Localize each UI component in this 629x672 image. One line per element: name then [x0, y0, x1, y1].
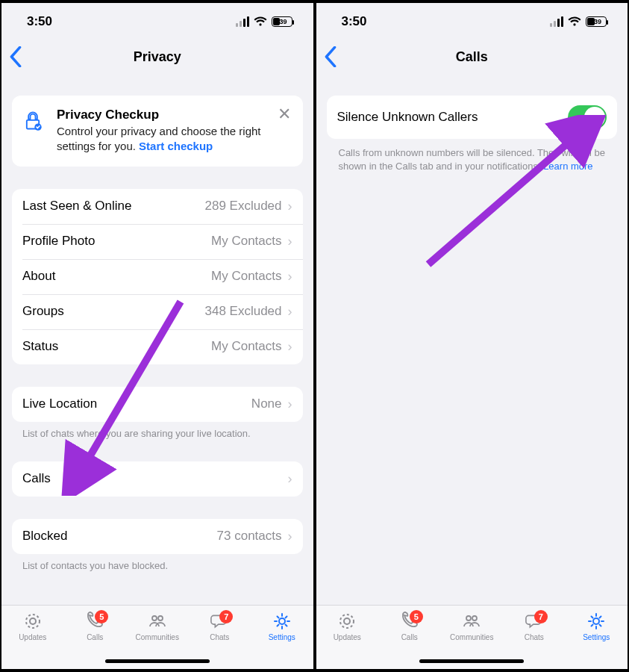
tab-label: Chats: [210, 633, 229, 641]
battery-icon: 39: [586, 16, 607, 27]
row-label: Calls: [22, 471, 51, 486]
chats-badge: 7: [219, 610, 233, 623]
live-location-note: List of chats where you are sharing your…: [12, 422, 303, 439]
content-area: Privacy Checkup Control your privacy and…: [1, 73, 313, 605]
silence-description: Calls from unknown numbers will be silen…: [327, 139, 618, 173]
page-title: Privacy: [134, 49, 181, 65]
calls-badge: 5: [95, 610, 108, 623]
row-label: About: [22, 269, 55, 284]
chevron-right-icon: ›: [288, 529, 292, 544]
privacy-items-group: Last Seen & Online 289 Excluded› Profile…: [12, 189, 303, 364]
silence-group: Silence Unknown Callers: [327, 96, 618, 139]
svg-point-4: [158, 616, 163, 620]
home-indicator: [419, 659, 524, 663]
silence-toggle[interactable]: [568, 105, 607, 129]
row-label: Live Location: [22, 396, 97, 411]
learn-more-link[interactable]: Learn more: [543, 161, 592, 172]
back-button[interactable]: [324, 46, 337, 71]
svg-point-11: [593, 618, 599, 624]
row-calls[interactable]: Calls ›: [12, 461, 303, 497]
tab-label: Settings: [269, 633, 295, 641]
tab-label: Communities: [450, 633, 493, 641]
chevron-right-icon: ›: [288, 471, 292, 487]
row-last-seen[interactable]: Last Seen & Online 289 Excluded›: [12, 189, 303, 224]
row-profile-photo[interactable]: Profile Photo My Contacts›: [12, 224, 303, 259]
cellular-icon: [236, 16, 249, 27]
tab-settings[interactable]: Settings: [566, 612, 628, 669]
tab-label: Updates: [19, 633, 46, 641]
tab-label: Communities: [136, 633, 179, 641]
row-groups[interactable]: Groups 348 Excluded›: [12, 294, 303, 329]
svg-point-10: [472, 616, 477, 620]
tab-label: Updates: [334, 633, 361, 641]
close-icon[interactable]: ✕: [276, 108, 292, 121]
lock-checkup-icon: [22, 111, 46, 131]
chevron-right-icon: ›: [288, 269, 292, 284]
row-label: Groups: [22, 304, 64, 319]
row-label: Profile Photo: [22, 234, 95, 249]
row-value: My Contacts: [211, 234, 281, 249]
svg-point-1: [26, 615, 40, 628]
row-silence-unknown: Silence Unknown Callers: [327, 96, 618, 139]
chevron-right-icon: ›: [288, 339, 292, 355]
live-location-group: Live Location None›: [12, 387, 303, 422]
tab-label: Calls: [87, 633, 103, 641]
svg-point-3: [152, 616, 157, 620]
chevron-right-icon: ›: [288, 396, 292, 412]
blocked-note: List of contacts you have blocked.: [12, 554, 303, 571]
row-value: 73 contacts: [217, 529, 282, 544]
chevron-right-icon: ›: [288, 304, 292, 320]
tab-settings[interactable]: Settings: [251, 612, 313, 669]
svg-point-7: [340, 615, 354, 628]
status-bar: 3:50 39: [1, 3, 313, 40]
page-title: Calls: [456, 49, 488, 65]
tab-label: Calls: [401, 633, 418, 641]
row-live-location[interactable]: Live Location None›: [12, 387, 303, 422]
row-value: My Contacts: [211, 269, 281, 284]
svg-point-5: [279, 618, 285, 624]
status-icons: 39: [550, 16, 607, 27]
wifi-icon: [254, 16, 267, 27]
clock: 3:50: [27, 14, 52, 29]
privacy-checkup-card: Privacy Checkup Control your privacy and…: [12, 96, 303, 167]
clock: 3:50: [342, 14, 367, 29]
tab-label: Chats: [525, 633, 544, 641]
row-label: Blocked: [22, 529, 67, 544]
row-label: Status: [22, 339, 58, 354]
chevron-right-icon: ›: [288, 199, 292, 214]
row-status[interactable]: Status My Contacts›: [12, 329, 303, 364]
calls-group: Calls ›: [12, 461, 303, 497]
back-button[interactable]: [9, 46, 22, 71]
home-indicator: [105, 659, 210, 663]
screenshot-privacy: 3:50 39 Privacy Privacy Checkup: [0, 0, 315, 672]
tab-updates[interactable]: Updates: [316, 612, 379, 669]
tab-label: Settings: [583, 633, 610, 641]
checkup-title: Privacy Checkup: [57, 108, 266, 122]
calls-badge: 5: [410, 610, 423, 623]
row-blocked[interactable]: Blocked 73 contacts›: [12, 519, 303, 554]
nav-header: Calls: [316, 40, 628, 73]
tab-bar: Updates 5 Calls Communities 7 Chats Sett…: [316, 605, 628, 669]
chats-badge: 7: [534, 610, 548, 623]
svg-point-2: [30, 618, 36, 624]
row-label: Last Seen & Online: [22, 199, 131, 214]
tab-updates[interactable]: Updates: [1, 612, 64, 669]
svg-point-9: [466, 616, 471, 620]
start-checkup-link[interactable]: Start checkup: [139, 140, 213, 152]
row-value: None: [251, 396, 282, 411]
status-bar: 3:50 39: [316, 3, 628, 40]
row-value: 289 Excluded: [204, 199, 281, 214]
svg-point-8: [344, 618, 350, 624]
tab-bar: Updates 5 Calls Communities 7 Chats Sett…: [1, 605, 313, 669]
chevron-right-icon: ›: [288, 234, 292, 249]
content-area: Silence Unknown Callers Calls from unkno…: [316, 73, 628, 605]
cellular-icon: [550, 16, 563, 27]
battery-icon: 39: [272, 16, 292, 27]
row-label: Silence Unknown Callers: [337, 110, 478, 125]
nav-header: Privacy: [1, 40, 313, 73]
screenshot-calls: 3:50 39 Calls Silence Unknown Callers Ca…: [315, 0, 630, 672]
blocked-group: Blocked 73 contacts›: [12, 519, 303, 554]
row-about[interactable]: About My Contacts›: [12, 259, 303, 294]
row-value: My Contacts: [211, 339, 281, 354]
wifi-icon: [568, 16, 581, 27]
